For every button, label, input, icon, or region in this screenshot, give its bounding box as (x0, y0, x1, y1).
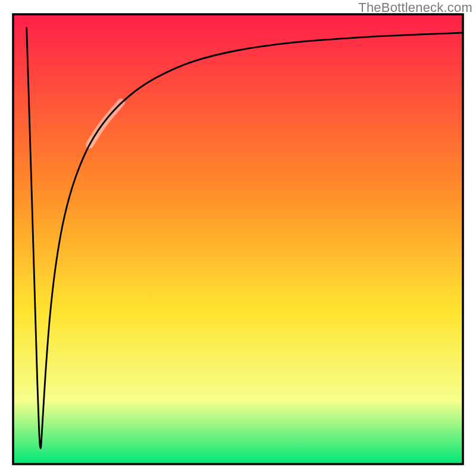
plot-area-gradient (13, 14, 463, 464)
watermark-text: TheBottleneck.com (358, 0, 472, 15)
figure: TheBottleneck.com (0, 0, 476, 476)
plot-svg (0, 0, 476, 476)
